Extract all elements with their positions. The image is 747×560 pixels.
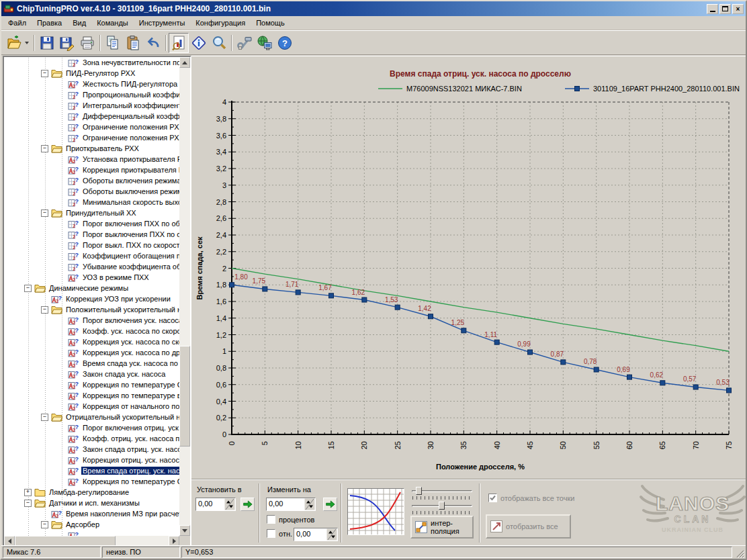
tree-item[interactable]: 2?Коэфф. отриц. уск. насоса по: [4, 433, 179, 444]
tree-item[interactable]: 2?Время спада отриц. уск. насо: [4, 465, 179, 476]
tree-item[interactable]: 2?Коррекция уск. насоса по дро: [4, 347, 179, 358]
relative-checkbox[interactable]: отн.: [267, 529, 292, 538]
tree-item-label[interactable]: Коррекция уск. насоса по дро: [81, 348, 179, 357]
tree-item-label[interactable]: Порог включения уск. насоса: [81, 316, 179, 324]
show-all-points-checkbox[interactable]: отображать все точки: [488, 494, 574, 502]
info-button[interactable]: [189, 33, 209, 53]
tree-folder[interactable]: −Датчики и исп. механизмы: [4, 498, 179, 508]
menu-правка[interactable]: Правка: [32, 17, 67, 29]
tree-item-label[interactable]: Порог включения отриц. уск. н: [81, 424, 179, 432]
tree-item-label[interactable]: Ограничение положения РХХ: [81, 134, 179, 142]
tree-item-label[interactable]: Положительный ускорительный н: [64, 306, 179, 314]
tree-item-label[interactable]: Дифференциальный коэффиц: [81, 112, 179, 120]
tree-item-label[interactable]: Закон спада отриц. уск. насос: [81, 445, 179, 453]
tree-item-label[interactable]: Время накопления МЗ при расчет: [64, 510, 179, 518]
tree-item-label[interactable]: Приоткрыватель РХХ: [64, 144, 140, 152]
tree-item[interactable]: 2?Коррекция уск. насоса по ско: [4, 336, 179, 347]
tree-item[interactable]: 2?Коэфф. уск. насоса по скорос: [4, 326, 179, 336]
tree-item[interactable]: 2?Дифференциальный коэффиц: [4, 111, 179, 122]
data-point[interactable]: [329, 293, 334, 298]
tree-item-label[interactable]: Коррекция УОЗ при ускорении: [64, 295, 172, 303]
tree-item-label[interactable]: Обороты выключения режима: [81, 187, 179, 195]
tree-item[interactable]: 2?УОЗ в режиме ПХХ: [4, 272, 179, 283]
tree-item-label[interactable]: Датчики и исп. механизмы: [48, 499, 141, 507]
menu-вид[interactable]: Вид: [67, 17, 91, 29]
tree-item[interactable]: 2?Коррекция по температуре вс: [4, 390, 179, 401]
copy-button[interactable]: [103, 33, 123, 53]
data-point[interactable]: [660, 381, 665, 385]
spinner-buttons[interactable]: [224, 498, 235, 510]
tree-item-label[interactable]: Коэфф. уск. насоса по скорос: [81, 327, 179, 335]
tree-vertical-scrollbar[interactable]: [179, 57, 190, 536]
data-point[interactable]: [296, 290, 300, 295]
slider-thumb[interactable]: [439, 502, 445, 510]
tree-item[interactable]: 2?Интегральный коэффициент р: [4, 100, 179, 111]
change-by-input[interactable]: 0,00: [266, 498, 316, 511]
tree-item-label[interactable]: Установка приоткрывателя Р: [81, 155, 179, 163]
smoothing-slider-2[interactable]: [412, 502, 472, 510]
tree-item-label[interactable]: Время спада уск. насоса по д: [81, 359, 179, 367]
tree-folder[interactable]: −Динамические режимы: [4, 283, 179, 293]
open-file-button[interactable]: [4, 33, 24, 53]
tree-item-label[interactable]: Минимальная скорость выход: [81, 198, 179, 206]
print-button[interactable]: [77, 33, 97, 53]
map-view-button[interactable]: [169, 33, 189, 53]
checkbox-box[interactable]: [267, 529, 275, 538]
tree-item-label[interactable]: Коррекция уск. насоса по ско: [81, 338, 179, 346]
menu-команды[interactable]: Команды: [91, 17, 134, 29]
title-bar[interactable]: ChipTuningPRO ver.4.10 - 301109_16part P…: [1, 1, 746, 16]
collapse-box[interactable]: −: [24, 285, 32, 292]
data-point[interactable]: [727, 388, 732, 393]
apply-set-to-button[interactable]: [240, 498, 255, 511]
smoothing-slider-1[interactable]: [412, 487, 472, 495]
collapse-box[interactable]: −: [41, 521, 48, 528]
relative-input[interactable]: 0,00: [294, 528, 338, 541]
data-point[interactable]: [561, 360, 566, 365]
tree-item-label[interactable]: Пропроциональный коэффици: [81, 91, 179, 99]
show-all-button[interactable]: отобразить все: [486, 514, 571, 539]
tree-item[interactable]: 2?Установка приоткрывателя Р: [4, 154, 179, 165]
data-point[interactable]: [362, 297, 367, 302]
data-point[interactable]: [693, 385, 698, 389]
tree-item-label[interactable]: Лямбда-регулирование: [48, 488, 130, 496]
data-point[interactable]: [230, 283, 234, 287]
tree-item[interactable]: 2?Коэффициент обогащения при: [4, 250, 179, 261]
save-as-button[interactable]: [57, 33, 77, 53]
tree-item[interactable]: 2?Зона нечувствительности по с: [4, 57, 179, 68]
data-point[interactable]: [627, 375, 632, 379]
tree-item[interactable]: 2?Порог выключения ПХХ по об: [4, 229, 179, 240]
tree-folder[interactable]: −Принудительный ХХ: [4, 207, 179, 218]
data-point[interactable]: [494, 340, 499, 344]
tree-item[interactable]: 2?Обороты выключения режима: [4, 186, 179, 197]
tree-item-label[interactable]: Принудительный ХХ: [64, 209, 138, 217]
tree-item[interactable]: 2?Жесткость ПИД-регулятора с: [4, 79, 179, 89]
tree-item-label[interactable]: Коррекция приоткрывателя Р: [81, 166, 179, 174]
tree-item[interactable]: 2?Коррекция отриц. уск. насоса: [4, 455, 179, 465]
tree-item-label[interactable]: Закон спада уск. насоса: [81, 370, 167, 378]
tree-item[interactable]: 2?Убывание коэффициента обо: [4, 261, 179, 272]
tree-item[interactable]: 2?Коррекция по температуре ОХ: [4, 476, 179, 487]
tree-item[interactable]: 2?Порог выкл. ПХХ по скорости: [4, 240, 179, 250]
collapse-box[interactable]: −: [41, 209, 48, 217]
tree-folder[interactable]: −Отрицательный ускорительный н: [4, 412, 179, 422]
tree-item-label[interactable]: Коррекция по температуре вс: [81, 391, 179, 400]
tree-item-label[interactable]: Интегральный коэффициент р: [81, 101, 179, 109]
percent-checkbox[interactable]: процентов: [267, 515, 314, 524]
tree-item[interactable]: 2?Время спада уск. насоса по д: [4, 358, 179, 369]
tree-folder[interactable]: −Приоткрыватель РХХ: [4, 143, 179, 154]
tree-item-label[interactable]: Обороты включения режима п: [81, 177, 179, 185]
tree-folder[interactable]: +Лямбда-регулирование: [4, 487, 179, 498]
tree-item-label[interactable]: Жесткость ПИД-регулятора с: [81, 80, 179, 88]
tree-item[interactable]: 2?Пропроциональный коэффици: [4, 89, 179, 100]
collapse-box[interactable]: −: [41, 70, 48, 77]
tree-item-label[interactable]: Зона нечувствительности по с: [81, 58, 179, 66]
tree-item[interactable]: 2?Закон спада отриц. уск. насос: [4, 444, 179, 455]
tree-item-label[interactable]: Порог выключения ПХХ по об: [81, 230, 179, 238]
data-point[interactable]: [594, 367, 599, 372]
curve-preview[interactable]: [347, 488, 404, 535]
menu-помощь[interactable]: Помощь: [251, 17, 290, 29]
help-button[interactable]: ?: [275, 33, 295, 53]
tree-item-label[interactable]: Порог включения ПХХ по обор: [81, 220, 179, 228]
tree-item[interactable]: 2?Ограничение положения РХХ: [4, 122, 179, 132]
collapse-box[interactable]: −: [41, 145, 48, 152]
